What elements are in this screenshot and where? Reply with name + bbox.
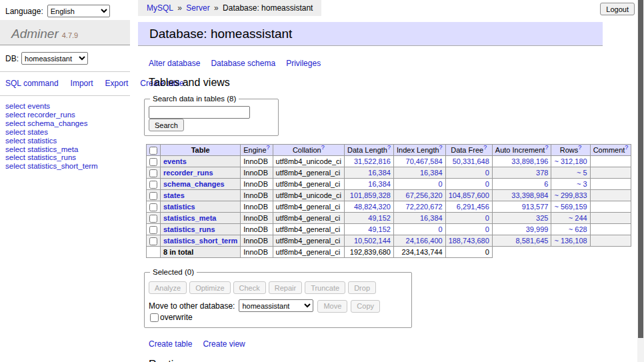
index-length-link[interactable]: 16,384 [420, 169, 443, 177]
auto-increment-link[interactable]: 33,898,196 [511, 157, 548, 165]
index-length-link[interactable]: 0 [439, 180, 443, 188]
index-length-link[interactable]: 70,467,584 [406, 157, 443, 165]
auto-increment-link[interactable]: 8,581,645 [515, 237, 548, 245]
column-help-link[interactable]: ? [267, 144, 270, 151]
sidebar-table-link[interactable]: select schema_changes [5, 119, 87, 127]
index-length-link[interactable]: 16,384 [420, 214, 443, 222]
sidebar-table-link[interactable]: select statistics_meta [5, 145, 78, 153]
data-free-link[interactable]: 104,857,600 [449, 191, 489, 199]
auto-increment-link[interactable]: 378 [536, 169, 548, 177]
scrollbar-thumb[interactable] [638, 0, 643, 338]
rows-link[interactable]: ~ 136,108 [554, 237, 587, 245]
db-select[interactable]: homeassistant [21, 52, 88, 65]
data-free-link[interactable]: 0 [485, 180, 489, 188]
sidebar-table-link[interactable]: select statistics [5, 137, 57, 145]
sidebar-action-link[interactable]: SQL command [5, 79, 59, 88]
data-length-link[interactable]: 49,152 [368, 225, 391, 233]
row-checkbox[interactable] [149, 181, 157, 189]
optimize-button[interactable]: Optimize [189, 281, 230, 294]
table-name-link[interactable]: recorder_runs [163, 169, 213, 177]
row-checkbox[interactable] [149, 158, 157, 166]
row-checkbox[interactable] [149, 169, 157, 177]
rows-link[interactable]: ~ 312,180 [554, 157, 587, 165]
rows-link[interactable]: ~ 244 [569, 214, 587, 222]
overwrite-checkbox[interactable] [150, 313, 159, 322]
data-free-link[interactable]: 0 [485, 214, 489, 222]
truncate-button[interactable]: Truncate [305, 281, 345, 294]
sidebar-table-link[interactable]: select statistics_short_term [5, 162, 98, 170]
table-name-link[interactable]: events [163, 157, 187, 165]
db-action-link[interactable]: Alter database [149, 59, 200, 68]
drop-button[interactable]: Drop [348, 281, 376, 294]
search-button[interactable]: Search [149, 119, 184, 131]
table-name-link[interactable]: statistics_runs [163, 225, 215, 233]
column-help-link[interactable]: ? [387, 144, 391, 151]
rows-link[interactable]: ~ 5 [577, 169, 587, 177]
column-help-link[interactable]: ? [545, 144, 548, 151]
auto-increment-link[interactable]: 39,999 [526, 225, 549, 233]
sidebar-table-link[interactable]: select events [5, 102, 50, 110]
data-length-link[interactable]: 16,384 [368, 169, 391, 177]
auto-increment-link[interactable]: 33,398,984 [511, 191, 548, 199]
check-button[interactable]: Check [233, 281, 266, 294]
table-name-link[interactable]: schema_changes [163, 180, 225, 188]
repair-button[interactable]: Repair [269, 281, 302, 294]
move-db-select[interactable]: homeassistant [239, 299, 313, 312]
data-length-link[interactable]: 48,824,320 [354, 203, 391, 211]
data-length-link[interactable]: 101,859,328 [350, 191, 391, 199]
data-free-link[interactable]: 6,291,456 [457, 203, 489, 211]
move-button[interactable]: Move [317, 300, 347, 313]
row-checkbox[interactable] [149, 192, 157, 200]
data-free-link[interactable]: 50,331,648 [453, 157, 489, 165]
column-help-link[interactable]: ? [321, 144, 325, 151]
index-length-link[interactable]: 24,166,400 [406, 237, 443, 245]
breadcrumb-link[interactable]: MySQL [147, 3, 173, 13]
search-input[interactable] [149, 106, 250, 119]
data-length-link[interactable]: 31,522,816 [354, 157, 391, 165]
index-length-link[interactable]: 72,220,672 [406, 203, 443, 211]
create-link[interactable]: Create view [203, 339, 245, 349]
row-checkbox[interactable] [149, 215, 157, 223]
adminer-home-link[interactable]: Adminer [11, 27, 59, 41]
auto-increment-link[interactable]: 6 [544, 180, 548, 188]
sidebar-table-link[interactable]: select statistics_runs [5, 153, 76, 161]
column-help-link[interactable]: ? [439, 144, 443, 151]
logout-button[interactable]: Logout [600, 3, 635, 15]
table-name-link[interactable]: statistics_short_term [163, 237, 237, 245]
data-free-link[interactable]: 188,743,680 [449, 237, 489, 245]
column-help-link[interactable]: ? [578, 144, 581, 151]
data-free-link[interactable]: 0 [485, 169, 489, 177]
language-select[interactable]: English [47, 5, 110, 17]
auto-increment-link[interactable]: 913,577 [522, 203, 549, 211]
db-action-link[interactable]: Privileges [286, 59, 321, 68]
data-free-link[interactable]: 0 [485, 225, 489, 233]
analyze-button[interactable]: Analyze [149, 281, 187, 294]
breadcrumb-link[interactable]: Server [186, 3, 209, 13]
sidebar-table-link[interactable]: select states [5, 128, 48, 136]
index-length-link[interactable]: 67,256,320 [406, 191, 443, 199]
table-name-link[interactable]: states [163, 191, 185, 199]
rows-link[interactable]: ~ 628 [569, 225, 587, 233]
db-action-link[interactable]: Database schema [211, 59, 275, 68]
table-name-link[interactable]: statistics [163, 203, 195, 211]
scrollbar[interactable] [637, 0, 644, 362]
select-all-checkbox[interactable] [149, 147, 157, 155]
row-checkbox[interactable] [149, 203, 157, 211]
copy-button[interactable]: Copy [351, 300, 380, 313]
sidebar-action-link[interactable]: Export [105, 79, 129, 88]
rows-link[interactable]: ~ 569,159 [554, 203, 587, 211]
data-length-link[interactable]: 10,502,144 [354, 237, 391, 245]
column-help-link[interactable]: ? [483, 144, 487, 151]
data-length-link[interactable]: 49,152 [368, 214, 391, 222]
row-checkbox[interactable] [149, 226, 157, 234]
index-length-link[interactable]: 0 [439, 225, 443, 233]
table-name-link[interactable]: statistics_meta [163, 214, 217, 222]
data-length-link[interactable]: 16,384 [368, 180, 391, 188]
auto-increment-link[interactable]: 325 [536, 214, 548, 222]
create-link[interactable]: Create table [149, 339, 192, 349]
sidebar-table-link[interactable]: select recorder_runs [5, 111, 75, 119]
rows-link[interactable]: ~ 3 [577, 180, 587, 188]
column-help-link[interactable]: ? [625, 144, 628, 151]
row-checkbox[interactable] [149, 237, 157, 245]
sidebar-action-link[interactable]: Import [71, 79, 93, 88]
